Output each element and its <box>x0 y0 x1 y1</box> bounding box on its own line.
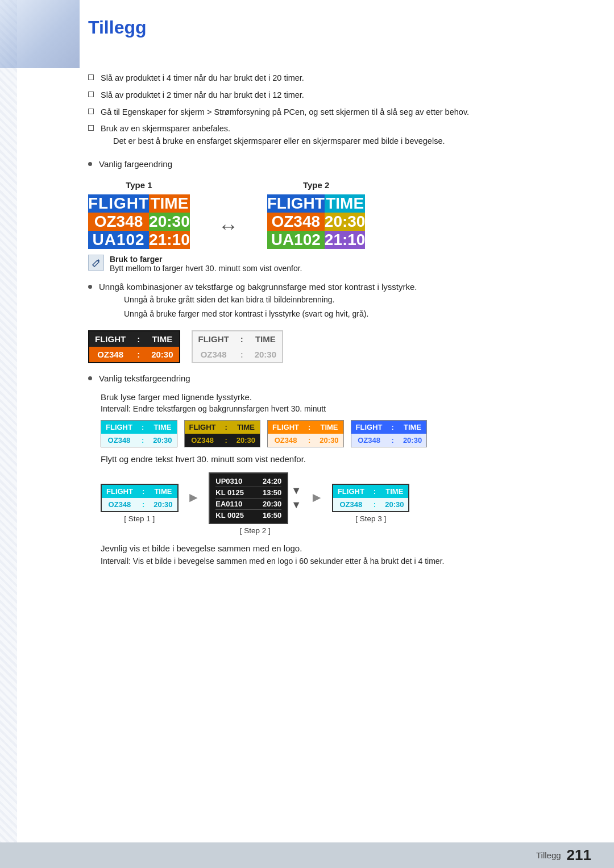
bullet-text-3: Gå til Egenskaper for skjerm > Strømfors… <box>101 106 469 119</box>
cb2-time: TIME <box>232 420 260 434</box>
small-boards-section: FLIGHT : TIME OZ348 : 20:30 FLIGHT : TIM… <box>88 330 591 363</box>
color-board-1: FLIGHT : TIME OZ348 : 20:30 <box>101 420 177 447</box>
page-title: Tillegg <box>88 17 591 38</box>
scroll-r3-left: EA0110 <box>215 500 242 508</box>
steps-section: FLIGHT : TIME OZ348 : 20:30 [ Step 1 ] ► <box>101 472 591 535</box>
type2-ua102: UA102 <box>267 231 325 249</box>
type-comparison-section: Type 1 FLIGHT TIME OZ348 20:30 UA102 21:… <box>88 180 591 249</box>
type2-2030: 20:30 <box>325 213 366 231</box>
list-item: Gå til Egenskaper for skjerm > Strømfors… <box>88 106 591 119</box>
step2-scroll-board: UP0310 24:20 KL 0125 13:50 EA0110 20:30 <box>209 472 288 524</box>
step3-2030: 20:30 <box>380 498 409 512</box>
step1-label: [ Step 1 ] <box>101 514 179 523</box>
sub-bullet-3a-row: Bruk lyse farger med lignende lysstyrke.… <box>101 392 591 413</box>
type1-time-header: TIME <box>149 194 190 213</box>
scroll-row-2: KL 0125 13:50 <box>215 487 281 499</box>
cb3-flight: FLIGHT <box>268 420 304 434</box>
light-flight-cell: FLIGHT <box>192 331 235 347</box>
note-text: Bytt mellom to farger hvert 30. minutt s… <box>110 264 302 273</box>
steps-row: FLIGHT : TIME OZ348 : 20:30 [ Step 1 ] ► <box>101 472 591 535</box>
step3-colon2: : <box>369 498 380 512</box>
sub-bullet-3b-row: Flytt og endre tekst hvert 30. minutt so… <box>101 454 591 464</box>
step1-oz348: OZ348 <box>101 498 138 512</box>
step2-board-container: UP0310 24:20 KL 0125 13:50 EA0110 20:30 <box>209 472 301 524</box>
step3-colon: : <box>369 484 380 498</box>
step1-flight: FLIGHT <box>101 484 138 498</box>
cb3-oz348: OZ348 <box>268 434 304 447</box>
scroll-down-icon2: ▼ <box>291 499 301 511</box>
cb4-colon: : <box>387 420 399 434</box>
cb2-flight: FLIGHT <box>184 420 220 434</box>
type2-oz348: OZ348 <box>267 213 325 231</box>
left-accent-block <box>0 0 80 68</box>
footer-number: 211 <box>567 846 591 864</box>
cb4-time: TIME <box>399 420 427 434</box>
step1-2030: 20:30 <box>149 498 177 512</box>
cb1-2030: 20:30 <box>148 434 177 447</box>
cb3-2030: 20:30 <box>315 434 343 447</box>
light-colon-cell: : <box>235 331 249 347</box>
cb1-colon2: : <box>137 434 148 447</box>
light-colon2-cell: : <box>235 347 249 363</box>
type1-block: Type 1 FLIGHT TIME OZ348 20:30 UA102 21:… <box>88 180 190 249</box>
bullet-square-icon <box>88 92 94 97</box>
cb2-colon: : <box>220 420 231 434</box>
color-boards-row: FLIGHT : TIME OZ348 : 20:30 FLIGHT : TIM… <box>101 420 591 447</box>
cb3-colon: : <box>304 420 315 434</box>
light-flight-board: FLIGHT : TIME OZ348 : 20:30 <box>192 330 284 363</box>
left-stripe <box>0 0 17 868</box>
step3-label: [ Step 3 ] <box>332 514 410 523</box>
type2-label: Type 2 <box>303 180 329 190</box>
main-bullet-vanlig: Vanlig fargeendring <box>88 159 591 169</box>
bullet-square-icon <box>88 74 94 80</box>
type1-2110: 21:10 <box>149 231 190 249</box>
cb4-flight: FLIGHT <box>351 420 387 434</box>
type2-block: Type 2 FLIGHT TIME OZ348 20:30 UA102 21:… <box>267 180 366 249</box>
light-2030-cell: 20:30 <box>249 347 283 363</box>
cb2-2030: 20:30 <box>232 434 260 447</box>
bullet-square-icon <box>88 109 94 114</box>
step1-time: TIME <box>149 484 177 498</box>
bullet2-sub1: Unngå å bruke grått siden det kan bidra … <box>124 294 417 306</box>
type2-table: FLIGHT TIME OZ348 20:30 UA102 21:10 <box>267 194 366 249</box>
bullet-dot-icon <box>88 376 92 380</box>
color-board-3: FLIGHT : TIME OZ348 : 20:30 <box>267 420 344 447</box>
type1-flight-header: FLIGHT <box>88 194 149 213</box>
sub-bullet-3a-section: Bruk lyse farger med lignende lysstyrke.… <box>101 392 591 567</box>
bullet-text-4: Bruk av en skjermsparer anbefales. <box>101 124 230 133</box>
scroll-r4-left: KL 0025 <box>215 511 244 520</box>
step3-time: TIME <box>380 484 409 498</box>
bullet3-text: Vanlig tekstfargeendring <box>99 373 190 383</box>
step-arrow-icon: ► <box>187 489 201 505</box>
step1-colon2: : <box>138 498 149 512</box>
sub-bullet-3a-sub: Intervall: Endre tekstfargen og bakgrunn… <box>101 404 326 413</box>
edit-icon <box>92 258 101 267</box>
step3-board: FLIGHT : TIME OZ348 : 20:30 <box>332 484 410 512</box>
color-board-2: FLIGHT : TIME OZ348 : 20:30 <box>184 420 261 447</box>
list-item: Bruk av en skjermsparer anbefales. Det e… <box>88 123 591 148</box>
scroll-indicator: ▼ ▼ <box>291 485 301 511</box>
dark-oz348-cell: OZ348 <box>89 347 131 363</box>
page-footer: Tillegg 211 <box>0 842 614 868</box>
type1-ua102: UA102 <box>88 231 149 249</box>
type2-2110: 21:10 <box>325 231 366 249</box>
cb2-colon2: : <box>220 434 231 447</box>
bullet-dot-icon <box>88 285 92 289</box>
type1-label: Type 1 <box>126 180 152 190</box>
type2-flight-header: FLIGHT <box>267 194 325 213</box>
scroll-row-3: EA0110 20:30 <box>215 499 281 510</box>
light-time-cell: TIME <box>249 331 283 347</box>
bullet2-sub2: Unngå å bruke farger med stor kontrast i… <box>124 308 417 320</box>
cb4-colon2: : <box>387 434 399 447</box>
scroll-row-1: UP0310 24:20 <box>215 476 281 487</box>
bullet-dot-icon <box>88 162 92 166</box>
step3-oz348: OZ348 <box>333 498 369 512</box>
cb4-oz348: OZ348 <box>351 434 387 447</box>
cb3-colon2: : <box>304 434 315 447</box>
sub-bullet-3c-text: Jevnlig vis et bilde i bevegelse sammen … <box>101 543 302 553</box>
sub-bullet-3b-text: Flytt og endre tekst hvert 30. minutt so… <box>101 454 306 464</box>
note-label: Bruk to farger <box>110 255 302 264</box>
small-boards-row: FLIGHT : TIME OZ348 : 20:30 FLIGHT : TIM… <box>88 330 591 363</box>
type2-time-header: TIME <box>325 194 366 213</box>
vanlig-label: Vanlig fargeendring <box>99 159 172 169</box>
